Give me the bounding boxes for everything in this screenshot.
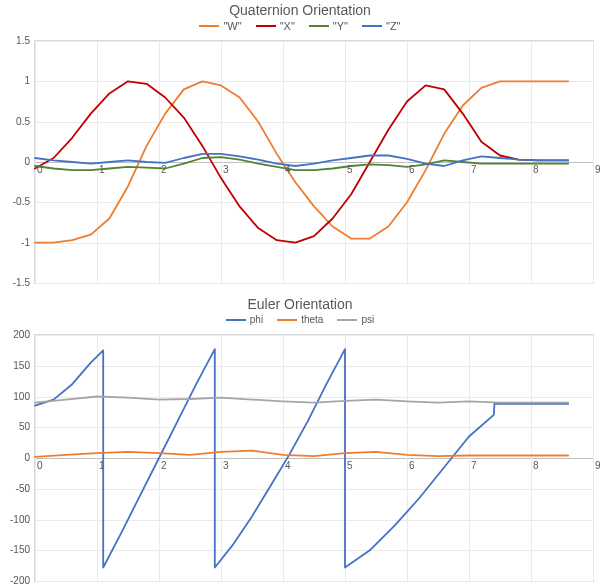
euler-chart-block: Euler Orientation phi theta psi -200-150… (0, 294, 600, 588)
x-tick-label: 7 (471, 460, 477, 471)
x-tick-label: 2 (161, 164, 167, 175)
x-tick-label: 4 (285, 164, 291, 175)
y-tick-label: 0.5 (0, 115, 30, 126)
legend-label-y: "Y" (333, 20, 348, 32)
series-line (35, 349, 568, 567)
charts-page: { "chart_data": [ { "type": "line", "tit… (0, 0, 600, 588)
x-tick-label: 3 (223, 460, 229, 471)
legend-item-theta: theta (277, 314, 323, 325)
x-tick-label: 3 (223, 164, 229, 175)
quaternion-y-axis: -1.5-1-0.500.511.5 (0, 40, 32, 284)
legend-label-theta: theta (301, 314, 323, 325)
x-tick-label: 5 (347, 460, 353, 471)
euler-y-axis: -200-150-100-50050100150200 (0, 334, 32, 582)
chart-title-euler: Euler Orientation (0, 294, 600, 312)
y-tick-label: -150 (0, 544, 30, 555)
legend-swatch-phi (226, 319, 246, 321)
legend-item-phi: phi (226, 314, 263, 325)
legend-item-x: "X" (256, 20, 295, 32)
y-tick-label: -1 (0, 236, 30, 247)
x-tick-label: 4 (285, 460, 291, 471)
legend-label-w: "W" (223, 20, 241, 32)
x-tick-label: 8 (533, 164, 539, 175)
legend-label-psi: psi (361, 314, 374, 325)
x-tick-label: 8 (533, 460, 539, 471)
x-tick-label: 0 (37, 460, 43, 471)
y-tick-label: 50 (0, 421, 30, 432)
legend-item-w: "W" (199, 20, 241, 32)
y-tick-label: -0.5 (0, 196, 30, 207)
legend-item-z: "Z" (362, 20, 401, 32)
x-tick-label: 9 (595, 164, 600, 175)
x-tick-label: 2 (161, 460, 167, 471)
legend-item-y: "Y" (309, 20, 348, 32)
y-tick-label: 100 (0, 390, 30, 401)
legend-label-z: "Z" (386, 20, 401, 32)
quaternion-plot-area: 0123456789 (34, 40, 594, 284)
legend-swatch-theta (277, 319, 297, 321)
quaternion-legend: "W" "X" "Y" "Z" (0, 20, 600, 32)
y-tick-label: -200 (0, 575, 30, 586)
legend-swatch-w (199, 25, 219, 27)
legend-item-psi: psi (337, 314, 374, 325)
quaternion-chart-block: Quaternion Orientation "W" "X" "Y" "Z" -… (0, 0, 600, 284)
x-tick-label: 7 (471, 164, 477, 175)
euler-legend: phi theta psi (0, 314, 600, 325)
euler-series-svg (35, 335, 593, 581)
legend-swatch-x (256, 25, 276, 27)
series-line (35, 157, 568, 170)
x-tick-label: 6 (409, 460, 415, 471)
y-tick-label: 200 (0, 329, 30, 340)
quaternion-series-svg (35, 41, 593, 283)
legend-swatch-psi (337, 319, 357, 321)
x-tick-label: 1 (99, 460, 105, 471)
legend-swatch-z (362, 25, 382, 27)
y-tick-label: -50 (0, 482, 30, 493)
legend-swatch-y (309, 25, 329, 27)
y-tick-label: -100 (0, 513, 30, 524)
x-tick-label: 1 (99, 164, 105, 175)
y-tick-label: 1.5 (0, 35, 30, 46)
y-tick-label: -1.5 (0, 277, 30, 288)
x-tick-label: 5 (347, 164, 353, 175)
series-line (35, 451, 568, 457)
y-tick-label: 150 (0, 359, 30, 370)
series-line (35, 397, 568, 403)
euler-plot-area: 0123456789 (34, 334, 594, 582)
x-tick-label: 9 (595, 460, 600, 471)
x-tick-label: 6 (409, 164, 415, 175)
y-tick-label: 0 (0, 452, 30, 463)
y-tick-label: 0 (0, 156, 30, 167)
legend-label-phi: phi (250, 314, 263, 325)
x-tick-label: 0 (37, 164, 43, 175)
chart-title-quaternion: Quaternion Orientation (0, 0, 600, 18)
legend-label-x: "X" (280, 20, 295, 32)
y-tick-label: 1 (0, 75, 30, 86)
